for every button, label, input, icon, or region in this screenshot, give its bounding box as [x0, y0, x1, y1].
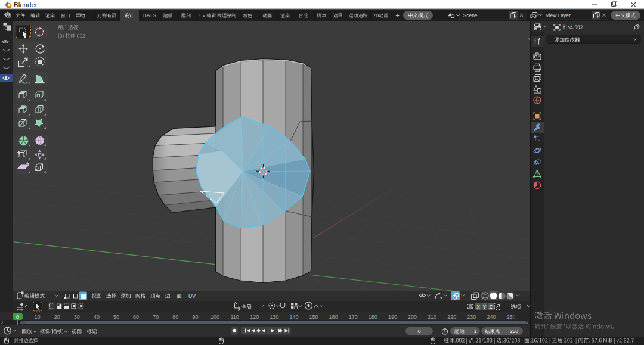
svg-text:100: 100	[210, 314, 219, 320]
svg-text:240: 240	[487, 314, 496, 320]
svg-text:150: 150	[309, 314, 318, 320]
svg-text:70: 70	[153, 314, 159, 320]
svg-text:250: 250	[510, 328, 518, 334]
svg-text:View Layer: View Layer	[546, 13, 571, 18]
svg-text:UV: UV	[188, 293, 196, 299]
svg-text:190: 190	[388, 314, 397, 320]
svg-text:80: 80	[172, 314, 178, 320]
svg-text:160: 160	[329, 314, 338, 320]
svg-text:200: 200	[408, 314, 417, 320]
svg-text:Y: Y	[483, 304, 487, 310]
svg-text:Scene: Scene	[463, 13, 478, 18]
svg-text:130: 130	[270, 314, 278, 320]
svg-text:90: 90	[192, 314, 198, 320]
svg-text:210: 210	[428, 314, 436, 320]
svg-text:40: 40	[94, 314, 100, 320]
svg-text:1: 1	[474, 328, 477, 334]
svg-text:170: 170	[349, 314, 358, 320]
svg-text:110: 110	[230, 314, 239, 320]
svg-text:230: 230	[467, 314, 476, 320]
svg-text:0: 0	[16, 314, 19, 320]
svg-text:60: 60	[133, 314, 139, 320]
svg-text:30: 30	[74, 314, 80, 320]
svg-text:140: 140	[289, 314, 298, 320]
svg-text:0: 0	[418, 328, 421, 334]
svg-text:Z: Z	[489, 304, 492, 310]
svg-text:20: 20	[54, 314, 60, 320]
svg-text:220: 220	[447, 314, 456, 320]
svg-text:10: 10	[35, 314, 41, 320]
svg-text:X: X	[476, 304, 480, 310]
svg-text:120: 120	[250, 314, 259, 320]
svg-text:50: 50	[113, 314, 119, 320]
svg-text:180: 180	[369, 314, 377, 320]
